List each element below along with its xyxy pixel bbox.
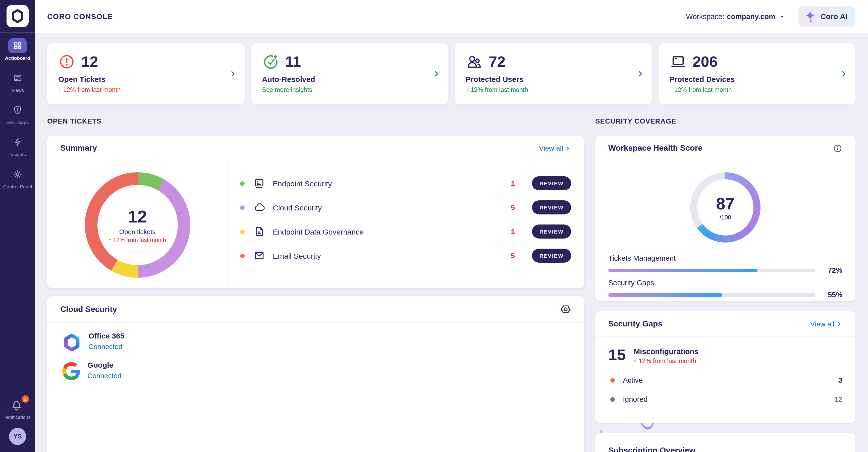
- sidebar-item-control-panel[interactable]: Control Panel: [0, 167, 35, 199]
- misconfigurations-label: Misconfigurations: [634, 347, 699, 356]
- views-list-icon: [8, 70, 27, 85]
- summary-donut-pane: 12 Open tickets ↑ 12% from last month: [47, 161, 228, 288]
- stat-card-protected-devices[interactable]: 206 Protected Devices ↑ 12% from last mo…: [658, 43, 856, 104]
- coro-ai-icon: [804, 10, 816, 22]
- bar-label: Tickets Management: [608, 254, 842, 262]
- app-name: Office 365: [88, 332, 124, 340]
- stat-trend-link[interactable]: See more insights: [262, 86, 437, 93]
- sidebar-item-label: Views: [11, 87, 24, 93]
- user-avatar[interactable]: YS: [9, 428, 26, 445]
- workspace-label: Workspace:: [686, 12, 724, 20]
- red-dot: [240, 253, 245, 258]
- stat-card-protected-users[interactable]: 72 Protected Users ↑ 12% from last month: [455, 43, 652, 104]
- console-title: CORO CONSOLE: [47, 12, 113, 21]
- summary-title: Summary: [60, 143, 97, 153]
- bar-percent: 72%: [822, 266, 842, 274]
- sidebar-item-label: Actioboard: [5, 55, 30, 61]
- check-sparkle-icon: [262, 53, 279, 70]
- cloud-security-title: Cloud Security: [60, 305, 117, 314]
- workspace-selector[interactable]: Workspace: company.com: [686, 12, 785, 20]
- coverage-bar-fill: [608, 268, 757, 272]
- cloud-security-card: Cloud Security: [47, 296, 584, 452]
- app-status-link[interactable]: Connected: [88, 342, 124, 350]
- sidebar-item-actioboard[interactable]: Actioboard: [0, 38, 35, 70]
- stat-value: 72: [489, 53, 505, 70]
- notifications-label: Notifications: [4, 414, 31, 420]
- gap-status-label: Ignored: [623, 395, 834, 403]
- cloud-icon: [253, 201, 266, 214]
- alert-circle-icon: [58, 53, 75, 70]
- review-button[interactable]: REVIEW: [532, 176, 571, 190]
- summary-view-all-link[interactable]: View all: [539, 144, 571, 152]
- app-status-link[interactable]: Connected: [87, 372, 121, 380]
- misconfigurations-count: 15: [608, 347, 626, 363]
- list-item: Cloud Security 5 REVIEW: [240, 195, 571, 220]
- misconfigurations-trend: ↑ 12% from last month: [634, 358, 699, 365]
- health-score-ring: 87 /100: [690, 172, 761, 243]
- chevron-right-icon[interactable]: [433, 70, 440, 77]
- notifications-button[interactable]: 3 Notifications: [0, 398, 35, 420]
- sidebar-item-views[interactable]: Views: [0, 70, 35, 102]
- open-tickets-heading: OPEN TICKETS: [47, 117, 102, 125]
- info-icon[interactable]: [833, 143, 842, 153]
- gaps-view-all-link[interactable]: View all: [810, 320, 842, 328]
- connected-apps-pane: Office 365 Connected: [47, 323, 584, 452]
- google-logo: [62, 362, 81, 380]
- purple-dot: [240, 205, 245, 210]
- sidebar-item-label: Control Panel: [3, 184, 32, 189]
- notification-badge: 3: [22, 395, 29, 403]
- gap-status-label: Active: [623, 376, 838, 384]
- sidebar-nav: Actioboard Views Sec. Gaps Insights: [0, 38, 35, 199]
- stat-card-open-tickets[interactable]: 12 Open Tickets ↑ 12% from last month: [47, 43, 244, 104]
- list-item: Endpoint Data Governance 1 REVIEW: [240, 220, 571, 244]
- stat-label: Open Tickets: [58, 75, 233, 84]
- stat-label: Auto-Resolved: [262, 75, 437, 84]
- stat-value: 12: [82, 53, 98, 70]
- sidebar-item-sec-gaps[interactable]: Sec. Gaps: [0, 102, 35, 135]
- review-button[interactable]: REVIEW: [532, 249, 571, 263]
- module-count: 5: [501, 252, 525, 260]
- stat-cards-row: 12 Open Tickets ↑ 12% from last month 11…: [47, 43, 856, 104]
- donut-caption: Open tickets: [119, 228, 156, 235]
- progress-track: [608, 268, 815, 272]
- health-title: Workspace Health Score: [608, 143, 703, 153]
- review-button[interactable]: REVIEW: [532, 225, 571, 238]
- coverage-bars: Tickets Management 72% Security Gaps 55%: [595, 243, 856, 299]
- health-score-denominator: /100: [719, 214, 732, 221]
- gap-row-ignored: Ignored 12: [610, 390, 842, 409]
- sidebar-item-insights[interactable]: Insights: [0, 135, 35, 167]
- health-score-card: Workspace Health Score 87 /100 Tickets M…: [595, 136, 856, 301]
- gap-status-value: 3: [838, 376, 842, 384]
- endpoint-security-icon: [253, 177, 266, 189]
- slate-dot: [610, 397, 615, 401]
- hexagon-settings-icon[interactable]: [560, 304, 571, 315]
- actioboard-grid-icon: [8, 38, 27, 53]
- sidebar: Actioboard Views Sec. Gaps Insights: [0, 0, 35, 452]
- subscription-title: Subscription Overview: [608, 446, 695, 452]
- bar-percent: 55%: [822, 291, 842, 299]
- chevron-down-icon: [779, 13, 785, 19]
- coro-ai-button[interactable]: Coro AI: [799, 6, 856, 27]
- sidebar-divider: [0, 32, 35, 33]
- red-dot: [610, 378, 615, 382]
- sidebar-item-label: Insights: [9, 152, 26, 157]
- coverage-bar-fill: [608, 293, 722, 297]
- chevron-right-icon[interactable]: [840, 70, 847, 77]
- security-gaps-title: Security Gaps: [608, 319, 662, 328]
- gap-status-value: 12: [834, 395, 842, 403]
- coro-logo[interactable]: [6, 5, 29, 27]
- coro-ai-label: Coro AI: [820, 12, 847, 21]
- chevron-right-icon[interactable]: [636, 70, 644, 77]
- security-gaps-card: Security Gaps View all 15 Misconfigurati…: [595, 311, 856, 423]
- review-button[interactable]: REVIEW: [532, 200, 571, 215]
- gap-row-active: Active 3: [610, 370, 842, 390]
- main-content: 12 Open Tickets ↑ 12% from last month 11…: [35, 33, 868, 452]
- stat-card-auto-resolved[interactable]: 11 Auto-Resolved See more insights: [251, 43, 448, 104]
- lightning-icon: [8, 135, 27, 150]
- chevron-right-icon[interactable]: [229, 70, 236, 77]
- gear-icon: [8, 167, 27, 182]
- module-name: Email Security: [273, 251, 501, 260]
- envelope-icon: [253, 250, 266, 262]
- module-name: Cloud Security: [273, 203, 501, 212]
- stat-value: 206: [692, 53, 718, 70]
